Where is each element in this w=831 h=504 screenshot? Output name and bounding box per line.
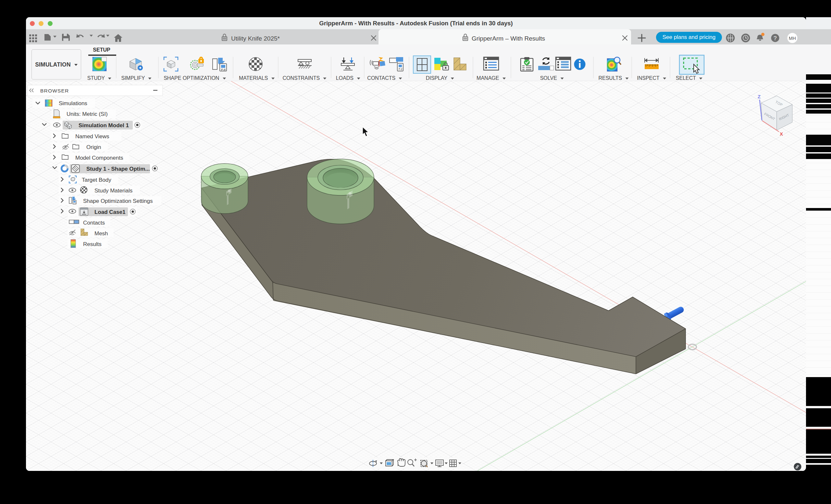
svg-text:Study 1 - Shape Optim...: Study 1 - Shape Optim...	[86, 166, 150, 172]
svg-text:Load Case1: Load Case1	[94, 209, 125, 215]
svg-text:Simulation Model 1: Simulation Model 1	[79, 122, 129, 128]
svg-text:Mesh: Mesh	[94, 230, 108, 237]
svg-text:Simulations: Simulations	[59, 100, 87, 107]
svg-text:BROWSER: BROWSER	[40, 88, 69, 93]
svg-text:Units: Metric (SI): Units: Metric (SI)	[66, 111, 108, 117]
svg-text:Named Views: Named Views	[75, 134, 109, 140]
svg-text:Origin: Origin	[86, 144, 101, 150]
svg-text:GripperArm – With Results: GripperArm – With Results	[472, 35, 545, 42]
svg-text:Study Materials: Study Materials	[94, 187, 133, 194]
svg-text:X: X	[780, 131, 783, 137]
svg-text:Target Body: Target Body	[82, 177, 111, 183]
svg-text:?: ?	[774, 35, 777, 41]
svg-text:Model Components: Model Components	[75, 155, 123, 161]
svg-text:Contacts: Contacts	[83, 220, 105, 226]
svg-text:Results: Results	[83, 241, 102, 247]
svg-text:Z: Z	[757, 94, 761, 99]
svg-text:MH: MH	[789, 36, 796, 41]
svg-text:Shape Optimization Settings: Shape Optimization Settings	[83, 198, 153, 204]
